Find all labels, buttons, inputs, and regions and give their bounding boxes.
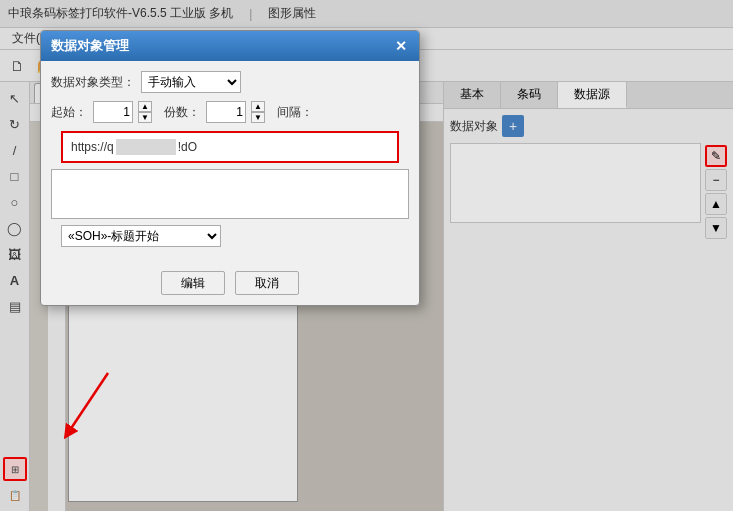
modal-count-down[interactable]: ▼ (251, 112, 265, 123)
modal-count-label: 份数： (164, 104, 200, 121)
modal-url-box: https://q !dO (61, 131, 399, 163)
modal-body: 数据对象类型： 手动输入 起始： ▲ ▼ 份数： (41, 61, 419, 263)
modal-data-object-manager: 数据对象管理 ✕ 数据对象类型： 手动输入 起始： (40, 30, 420, 306)
modal-type-select[interactable]: 手动输入 (141, 71, 241, 93)
modal-count-up[interactable]: ▲ (251, 101, 265, 112)
modal-close-btn[interactable]: ✕ (393, 38, 409, 54)
right-panel: 基本 条码 数据源 数据对象 + ✎ − ▲ ▼ (443, 82, 733, 511)
modal-overlay: 数据对象管理 ✕ 数据对象类型： 手动输入 起始： (0, 0, 733, 511)
modal-url-suffix: !dO (178, 140, 197, 154)
modal-url-value: https://q (71, 140, 114, 154)
modal-type-row: 数据对象类型： 手动输入 (51, 71, 409, 93)
modal-count-spinner: ▲ ▼ (251, 101, 265, 123)
modal-start-spinner: ▲ ▼ (138, 101, 152, 123)
modal-dropdown-row: «SOH»-标题开始 (61, 225, 399, 247)
modal-title: 数据对象管理 (51, 37, 129, 55)
modal-interval-label: 间隔： (277, 104, 313, 121)
modal-params-row: 起始： ▲ ▼ 份数： ▲ ▼ 间隔： (51, 101, 409, 123)
modal-dropdown-select[interactable]: «SOH»-标题开始 (61, 225, 221, 247)
modal-url-blur (116, 139, 176, 155)
modal-start-label: 起始： (51, 104, 87, 121)
modal-start-down[interactable]: ▼ (138, 112, 152, 123)
modal-cancel-btn[interactable]: 取消 (235, 271, 299, 295)
modal-edit-btn[interactable]: 编辑 (161, 271, 225, 295)
modal-start-up[interactable]: ▲ (138, 101, 152, 112)
modal-title-bar: 数据对象管理 ✕ (41, 31, 419, 61)
modal-footer: 编辑 取消 (41, 263, 419, 305)
main-layout: ↖ ↻ / □ ○ ◯ 🖼 A ▤ ⊞ 📋 未命名-2 * 0 cm 2 4 6… (0, 82, 733, 511)
modal-type-label: 数据对象类型： (51, 74, 135, 91)
modal-count-input[interactable] (206, 101, 246, 123)
modal-text-area[interactable] (51, 169, 409, 219)
modal-start-input[interactable] (93, 101, 133, 123)
